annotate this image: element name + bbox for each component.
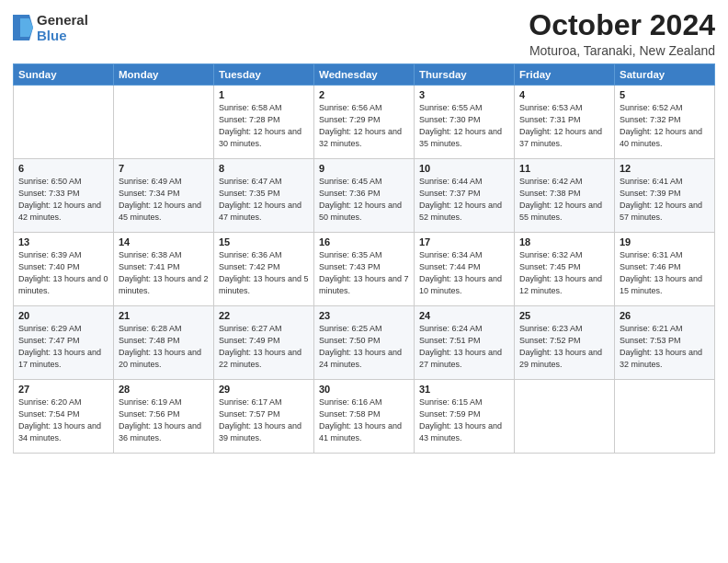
calendar-cell: 3Sunrise: 6:55 AMSunset: 7:30 PMDaylight… (415, 86, 515, 159)
day-info: Sunrise: 6:44 AMSunset: 7:37 PMDaylight:… (419, 176, 509, 224)
day-info: Sunrise: 6:53 AMSunset: 7:31 PMDaylight:… (519, 102, 609, 150)
day-info: Sunrise: 6:25 AMSunset: 7:50 PMDaylight:… (319, 323, 409, 371)
day-number: 13 (18, 236, 108, 247)
calendar-week-4: 20Sunrise: 6:29 AMSunset: 7:47 PMDayligh… (14, 306, 715, 380)
logo-blue: Blue (37, 29, 88, 44)
calendar-cell: 31Sunrise: 6:15 AMSunset: 7:59 PMDayligh… (415, 380, 515, 454)
day-info: Sunrise: 6:32 AMSunset: 7:45 PMDaylight:… (519, 249, 609, 297)
day-number: 31 (419, 384, 509, 395)
day-number: 10 (419, 163, 509, 174)
day-info: Sunrise: 6:24 AMSunset: 7:51 PMDaylight:… (419, 323, 509, 371)
calendar-cell: 16Sunrise: 6:35 AMSunset: 7:43 PMDayligh… (314, 233, 415, 306)
calendar-cell: 18Sunrise: 6:32 AMSunset: 7:45 PMDayligh… (515, 233, 615, 306)
day-info: Sunrise: 6:47 AMSunset: 7:35 PMDaylight:… (219, 176, 309, 224)
day-info: Sunrise: 6:21 AMSunset: 7:53 PMDaylight:… (620, 323, 710, 371)
calendar-week-2: 6Sunrise: 6:50 AMSunset: 7:33 PMDaylight… (14, 159, 715, 233)
calendar-cell: 17Sunrise: 6:34 AMSunset: 7:44 PMDayligh… (415, 233, 515, 306)
day-info: Sunrise: 6:31 AMSunset: 7:46 PMDaylight:… (620, 249, 710, 297)
calendar-cell: 25Sunrise: 6:23 AMSunset: 7:52 PMDayligh… (515, 306, 615, 380)
day-info: Sunrise: 6:34 AMSunset: 7:44 PMDaylight:… (419, 249, 509, 297)
logo-icon (13, 15, 33, 40)
day-number: 26 (620, 310, 710, 321)
calendar-cell: 23Sunrise: 6:25 AMSunset: 7:50 PMDayligh… (314, 306, 415, 380)
calendar-cell (515, 380, 615, 454)
calendar-cell: 26Sunrise: 6:21 AMSunset: 7:53 PMDayligh… (615, 306, 715, 380)
calendar-cell: 9Sunrise: 6:45 AMSunset: 7:36 PMDaylight… (314, 159, 415, 233)
day-number: 18 (519, 236, 609, 247)
day-info: Sunrise: 6:42 AMSunset: 7:38 PMDaylight:… (519, 176, 609, 224)
day-info: Sunrise: 6:20 AMSunset: 7:54 PMDaylight:… (18, 396, 108, 444)
day-info: Sunrise: 6:15 AMSunset: 7:59 PMDaylight:… (419, 396, 509, 444)
calendar-cell (615, 380, 715, 454)
col-sunday: Sunday (14, 64, 114, 86)
day-number: 20 (18, 310, 108, 321)
day-number: 8 (219, 163, 309, 174)
day-number: 25 (519, 310, 609, 321)
calendar-cell: 28Sunrise: 6:19 AMSunset: 7:56 PMDayligh… (114, 380, 214, 454)
day-number: 30 (319, 384, 409, 395)
day-info: Sunrise: 6:38 AMSunset: 7:41 PMDaylight:… (119, 249, 209, 297)
day-number: 14 (119, 236, 209, 247)
logo-text: General Blue (37, 13, 88, 43)
calendar-page: General Blue October 2024 Moturoa, Taran… (0, 0, 728, 563)
title-block: October 2024 Moturoa, Taranaki, New Zeal… (529, 9, 715, 58)
calendar-cell: 29Sunrise: 6:17 AMSunset: 7:57 PMDayligh… (214, 380, 314, 454)
calendar-cell: 8Sunrise: 6:47 AMSunset: 7:35 PMDaylight… (214, 159, 314, 233)
day-number: 12 (620, 163, 710, 174)
day-number: 9 (319, 163, 409, 174)
day-info: Sunrise: 6:17 AMSunset: 7:57 PMDaylight:… (219, 396, 309, 444)
calendar-cell: 27Sunrise: 6:20 AMSunset: 7:54 PMDayligh… (14, 380, 114, 454)
col-tuesday: Tuesday (214, 64, 314, 86)
day-info: Sunrise: 6:41 AMSunset: 7:39 PMDaylight:… (620, 176, 710, 224)
calendar-cell: 1Sunrise: 6:58 AMSunset: 7:28 PMDaylight… (214, 86, 314, 159)
calendar-header-row: Sunday Monday Tuesday Wednesday Thursday… (14, 64, 715, 86)
day-number: 1 (219, 89, 309, 100)
day-info: Sunrise: 6:45 AMSunset: 7:36 PMDaylight:… (319, 176, 409, 224)
day-info: Sunrise: 6:16 AMSunset: 7:58 PMDaylight:… (319, 396, 409, 444)
calendar-week-5: 27Sunrise: 6:20 AMSunset: 7:54 PMDayligh… (14, 380, 715, 454)
calendar-cell: 15Sunrise: 6:36 AMSunset: 7:42 PMDayligh… (214, 233, 314, 306)
calendar-cell (14, 86, 114, 159)
calendar-cell: 7Sunrise: 6:49 AMSunset: 7:34 PMDaylight… (114, 159, 214, 233)
calendar-cell: 19Sunrise: 6:31 AMSunset: 7:46 PMDayligh… (615, 233, 715, 306)
day-info: Sunrise: 6:58 AMSunset: 7:28 PMDaylight:… (219, 102, 309, 150)
day-number: 22 (219, 310, 309, 321)
day-info: Sunrise: 6:49 AMSunset: 7:34 PMDaylight:… (119, 176, 209, 224)
day-number: 29 (219, 384, 309, 395)
day-number: 17 (419, 236, 509, 247)
day-info: Sunrise: 6:52 AMSunset: 7:32 PMDaylight:… (620, 102, 710, 150)
calendar-cell: 4Sunrise: 6:53 AMSunset: 7:31 PMDaylight… (515, 86, 615, 159)
day-info: Sunrise: 6:27 AMSunset: 7:49 PMDaylight:… (219, 323, 309, 371)
day-info: Sunrise: 6:55 AMSunset: 7:30 PMDaylight:… (419, 102, 509, 150)
calendar-subtitle: Moturoa, Taranaki, New Zealand (529, 43, 715, 58)
day-number: 3 (419, 89, 509, 100)
col-thursday: Thursday (415, 64, 515, 86)
day-number: 16 (319, 236, 409, 247)
day-info: Sunrise: 6:50 AMSunset: 7:33 PMDaylight:… (18, 176, 108, 224)
day-number: 19 (620, 236, 710, 247)
calendar-cell: 22Sunrise: 6:27 AMSunset: 7:49 PMDayligh… (214, 306, 314, 380)
calendar-title: October 2024 (529, 9, 715, 41)
calendar-cell: 5Sunrise: 6:52 AMSunset: 7:32 PMDaylight… (615, 86, 715, 159)
calendar-cell: 24Sunrise: 6:24 AMSunset: 7:51 PMDayligh… (415, 306, 515, 380)
day-number: 21 (119, 310, 209, 321)
col-monday: Monday (114, 64, 214, 86)
day-info: Sunrise: 6:29 AMSunset: 7:47 PMDaylight:… (18, 323, 108, 371)
day-number: 23 (319, 310, 409, 321)
calendar-week-3: 13Sunrise: 6:39 AMSunset: 7:40 PMDayligh… (14, 233, 715, 306)
day-number: 7 (119, 163, 209, 174)
day-info: Sunrise: 6:23 AMSunset: 7:52 PMDaylight:… (519, 323, 609, 371)
calendar-table: Sunday Monday Tuesday Wednesday Thursday… (13, 63, 715, 454)
day-info: Sunrise: 6:56 AMSunset: 7:29 PMDaylight:… (319, 102, 409, 150)
header: General Blue October 2024 Moturoa, Taran… (13, 9, 715, 58)
day-info: Sunrise: 6:36 AMSunset: 7:42 PMDaylight:… (219, 249, 309, 297)
calendar-cell: 30Sunrise: 6:16 AMSunset: 7:58 PMDayligh… (314, 380, 415, 454)
calendar-cell: 21Sunrise: 6:28 AMSunset: 7:48 PMDayligh… (114, 306, 214, 380)
col-wednesday: Wednesday (314, 64, 415, 86)
calendar-week-1: 1Sunrise: 6:58 AMSunset: 7:28 PMDaylight… (14, 86, 715, 159)
calendar-cell: 13Sunrise: 6:39 AMSunset: 7:40 PMDayligh… (14, 233, 114, 306)
day-info: Sunrise: 6:19 AMSunset: 7:56 PMDaylight:… (119, 396, 209, 444)
logo-general: General (37, 13, 88, 29)
calendar-cell: 2Sunrise: 6:56 AMSunset: 7:29 PMDaylight… (314, 86, 415, 159)
day-number: 5 (620, 89, 710, 100)
